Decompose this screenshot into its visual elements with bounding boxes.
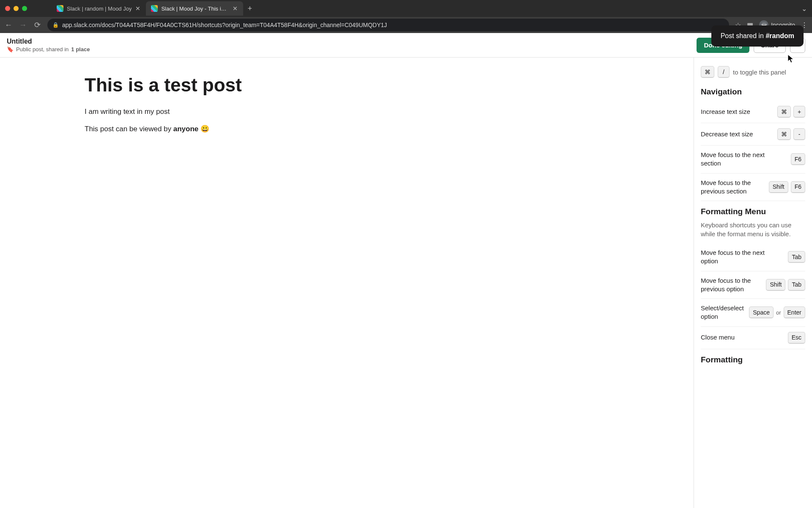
- share-confirmation-toast: Post shared in #random: [711, 25, 804, 47]
- or-separator: or: [776, 309, 781, 316]
- shortcut-row: Close menu Esc: [701, 327, 805, 349]
- window-zoom-button[interactable]: [22, 6, 27, 11]
- shortcut-row: Move focus to the previous option Shift …: [701, 271, 805, 299]
- tab-title: Slack | Mood Joy - This is a te: [161, 6, 229, 12]
- post-text: This post can be viewed by: [85, 125, 173, 133]
- shortcut-row: Move focus to the previous section Shift…: [701, 174, 805, 202]
- shortcut-row: Increase text size ⌘ +: [701, 101, 805, 123]
- key-cmd: ⌘: [701, 66, 714, 78]
- document-subtitle[interactable]: 🔖 Public post, shared in 1 place: [7, 46, 90, 52]
- key: Tab: [788, 251, 805, 263]
- toast-prefix: Post shared in: [721, 32, 766, 39]
- chevron-down-icon[interactable]: ⌄: [801, 5, 807, 13]
- key-slash: /: [718, 66, 730, 78]
- section-heading-formatting: Formatting: [701, 355, 805, 364]
- url-text: app.slack.com/docs/T04A4T58F4H/F04A0CTS6…: [62, 22, 387, 28]
- close-tab-icon[interactable]: ✕: [232, 6, 238, 11]
- shortcut-label: Increase text size: [701, 108, 772, 116]
- key: F6: [791, 153, 805, 165]
- lock-icon: 🔒: [52, 22, 59, 28]
- key: Space: [749, 306, 774, 318]
- back-button[interactable]: ←: [4, 21, 13, 30]
- slack-favicon-icon: [57, 5, 63, 12]
- close-tab-icon[interactable]: ✕: [135, 6, 141, 11]
- browser-tab-strip: Slack | random | Mood Joy ✕ Slack | Mood…: [0, 0, 812, 17]
- shortcut-label: Select/deselect option: [701, 304, 744, 321]
- shortcut-label: Decrease text size: [701, 130, 772, 138]
- post-body-line[interactable]: This post can be viewed by anyone 😀: [85, 124, 609, 133]
- toggle-hint-text: to toggle this panel: [733, 69, 786, 76]
- key: Shift: [766, 279, 785, 291]
- shortcut-label: Move focus to the next section: [701, 151, 786, 168]
- key: +: [793, 106, 805, 118]
- subtitle-places: 1 place: [71, 46, 90, 52]
- new-tab-button[interactable]: +: [243, 4, 256, 13]
- slack-favicon-icon: [151, 5, 158, 12]
- toast-channel: #random: [765, 32, 794, 39]
- key: Shift: [769, 181, 788, 193]
- bookmark-icon: 🔖: [7, 46, 14, 52]
- browser-toolbar: ← → ⟳ 🔒 app.slack.com/docs/T04A4T58F4H/F…: [0, 17, 812, 33]
- key: Tab: [788, 279, 805, 291]
- subtitle-prefix: Public post, shared in: [16, 46, 69, 52]
- shortcut-row: Move focus to the next section F6: [701, 146, 805, 174]
- document-header: Untitled 🔖 Public post, shared in 1 plac…: [0, 33, 812, 58]
- post-title[interactable]: This is a test post: [85, 75, 609, 96]
- shortcut-label: Close menu: [701, 333, 783, 342]
- browser-tab-2[interactable]: Slack | Mood Joy - This is a te ✕: [146, 1, 243, 16]
- window-controls: [5, 6, 27, 11]
- post-body-line[interactable]: I am writing text in my post: [85, 108, 609, 116]
- key: -: [793, 128, 805, 140]
- forward-button[interactable]: →: [19, 21, 27, 30]
- key: F6: [791, 181, 805, 193]
- key: Enter: [784, 306, 805, 318]
- window-close-button[interactable]: [5, 6, 10, 11]
- address-bar[interactable]: 🔒 app.slack.com/docs/T04A4T58F4H/F04A0CT…: [47, 19, 729, 31]
- document-editor[interactable]: This is a test post I am writing text in…: [0, 58, 694, 508]
- browser-tab-1[interactable]: Slack | random | Mood Joy ✕: [52, 1, 146, 16]
- shortcuts-panel: ⌘ / to toggle this panel Navigation Incr…: [694, 58, 812, 508]
- shortcut-label: Move focus to the previous section: [701, 179, 764, 196]
- document-title[interactable]: Untitled: [7, 38, 90, 45]
- key: ⌘: [777, 106, 791, 118]
- panel-toggle-hint: ⌘ / to toggle this panel: [701, 66, 805, 78]
- emoji-icon: 😀: [198, 125, 209, 133]
- shortcut-label: Move focus to the previous option: [701, 276, 761, 294]
- shortcut-row: Decrease text size ⌘ -: [701, 123, 805, 146]
- key: ⌘: [777, 128, 791, 140]
- shortcut-row: Select/deselect option Space or Enter: [701, 299, 805, 327]
- shortcut-label: Move focus to the next option: [701, 248, 783, 266]
- section-heading-formatting-menu: Formatting Menu: [701, 207, 805, 216]
- section-heading-navigation: Navigation: [701, 87, 805, 97]
- reload-button[interactable]: ⟳: [33, 20, 41, 30]
- post-text-bold: anyone: [173, 125, 199, 133]
- window-minimize-button[interactable]: [14, 6, 19, 11]
- tab-title: Slack | random | Mood Joy: [67, 6, 132, 12]
- key: Esc: [788, 332, 805, 344]
- section-description: Keyboard shortcuts you can use while the…: [701, 221, 805, 238]
- shortcut-row: Move focus to the next option Tab: [701, 243, 805, 271]
